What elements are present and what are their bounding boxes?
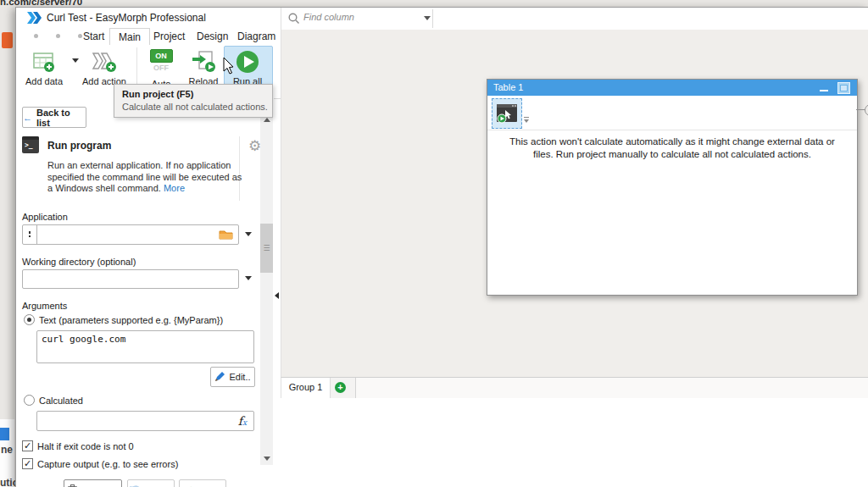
add-action-button[interactable]: Add action [81, 47, 128, 86]
arguments-textarea[interactable]: curl google.com [36, 330, 254, 363]
table-window[interactable]: Table 1 [487, 79, 858, 296]
table-action-toolbar [487, 96, 857, 130]
application-input[interactable] [22, 224, 239, 245]
group-tab-1[interactable]: Group 1 [281, 378, 331, 398]
quick-access-dot[interactable] [56, 34, 60, 38]
application-label: Application [22, 212, 68, 222]
diagram-canvas[interactable]: Table 1 [281, 30, 868, 377]
table-plus-icon [32, 51, 56, 73]
background-orange-icon [2, 32, 13, 48]
run-program-action-selected[interactable] [492, 98, 522, 129]
run-all-play-icon [235, 49, 260, 75]
group-tab-bar: Group 1 + [281, 377, 868, 398]
tab-start[interactable]: Start [75, 28, 113, 46]
fx-icon: fx [238, 414, 247, 428]
tab-project[interactable]: Project [145, 28, 193, 46]
add-data-dropdown-caret[interactable] [72, 58, 79, 63]
tooltip-title: Run project (F5) [122, 89, 272, 99]
more-link[interactable]: More [164, 183, 185, 193]
halt-checkbox-label: Halt if exit code is not 0 [37, 441, 134, 451]
calculated-input[interactable]: fx [36, 411, 254, 431]
edit-arguments-button[interactable]: Edit.. [210, 367, 255, 387]
back-to-list-button[interactable]: ← Back to list [22, 107, 86, 128]
run-project-tooltip: Run project (F5) Calculate all not calcu… [114, 84, 273, 118]
back-arrow-icon: ← [23, 113, 32, 123]
table-message: This action won't calculate automaticall… [501, 136, 843, 160]
auto-on-badge: ON [150, 49, 173, 63]
mouse-cursor [223, 57, 236, 75]
easymorph-logo-icon [27, 12, 42, 24]
working-dir-input[interactable] [22, 269, 239, 289]
quick-access-dot[interactable] [34, 34, 38, 38]
scroll-down-arrow[interactable] [264, 457, 270, 461]
tooltip-description: Calculate all not calculated actions. [122, 102, 272, 112]
capture-checkbox-label: Capture output (e.g. to see errors) [37, 459, 178, 469]
action-plus-icon [92, 51, 117, 73]
table-minimize-icon[interactable] [820, 90, 828, 91]
background-text-fragment: ne [1, 444, 13, 456]
connector-node[interactable] [865, 104, 868, 116]
back-to-list-label: Back to list [36, 108, 86, 128]
add-data-label: Add data [19, 77, 69, 86]
drag-grip[interactable] [23, 225, 37, 244]
easymorph-window: Curl Test - EasyMorph Professional Start… [15, 7, 868, 487]
capture-checkbox[interactable]: ✓ [22, 458, 33, 469]
find-column-bar [281, 8, 868, 30]
edit-label: Edit.. [229, 372, 250, 382]
halt-checkbox[interactable]: ✓ [22, 440, 33, 451]
apply-button[interactable]: ✔ Apply [179, 479, 226, 487]
folder-icon[interactable] [219, 229, 233, 240]
action-description: Run an external application. If no appli… [47, 160, 244, 195]
add-data-button[interactable]: Add data [19, 47, 69, 86]
pencil-icon [214, 372, 225, 382]
tab-bar-empty-area [356, 378, 868, 398]
background-selection-bar [0, 428, 9, 440]
panel-collapse-arrow[interactable] [275, 292, 279, 299]
working-dir-dropdown-caret[interactable] [245, 276, 252, 280]
background-url-text: n.com/c/server/70 [0, 0, 82, 7]
action-properties-panel: ← Back to list >_ Run program ⚙ Run an e… [16, 98, 274, 487]
screen: n.com/c/server/70 ne utio Curl Test - Ea… [0, 0, 868, 487]
calculated-radio[interactable] [24, 395, 35, 406]
reload-icon [191, 50, 216, 74]
action-title: Run program [47, 140, 111, 152]
run-program-icon: >_ [22, 136, 39, 153]
working-dir-label: Working directory (optional) [22, 257, 136, 267]
arguments-label: Arguments [22, 301, 67, 311]
scroll-up-arrow[interactable] [264, 118, 270, 122]
window-title: Curl Test - EasyMorph Professional [47, 12, 206, 24]
action-dropdown-handle[interactable] [524, 117, 529, 123]
calculated-radio-label: Calculated [39, 396, 83, 406]
reload-button[interactable]: Reload [182, 47, 225, 86]
divider [432, 9, 433, 28]
text-radio[interactable] [24, 314, 35, 325]
table-window-title: Table 1 [493, 82, 857, 92]
run-program-action-icon [496, 103, 518, 124]
table-window-titlebar[interactable]: Table 1 [487, 80, 857, 96]
find-column-caret[interactable] [424, 16, 431, 20]
auto-off-badge: OFF [142, 64, 181, 73]
scrollbar-thumb[interactable]: ☰ [260, 224, 273, 273]
auto-toggle-button[interactable]: ON OFF Auto [142, 47, 181, 89]
connector-line [856, 109, 865, 110]
text-radio-label: Text (parameters supported e.g. {MyParam… [39, 315, 223, 325]
revert-button[interactable]: Revert [127, 479, 175, 487]
application-dropdown-caret[interactable] [245, 232, 252, 236]
gear-icon[interactable]: ⚙ [248, 137, 261, 155]
add-group-button[interactable]: + [335, 382, 346, 393]
find-column-input[interactable] [302, 11, 424, 23]
remove-button[interactable]: Remove [64, 479, 122, 487]
table-maximize-icon[interactable] [837, 82, 850, 94]
search-icon [288, 13, 299, 24]
panel-scrollbar[interactable]: ☰ [260, 113, 273, 465]
